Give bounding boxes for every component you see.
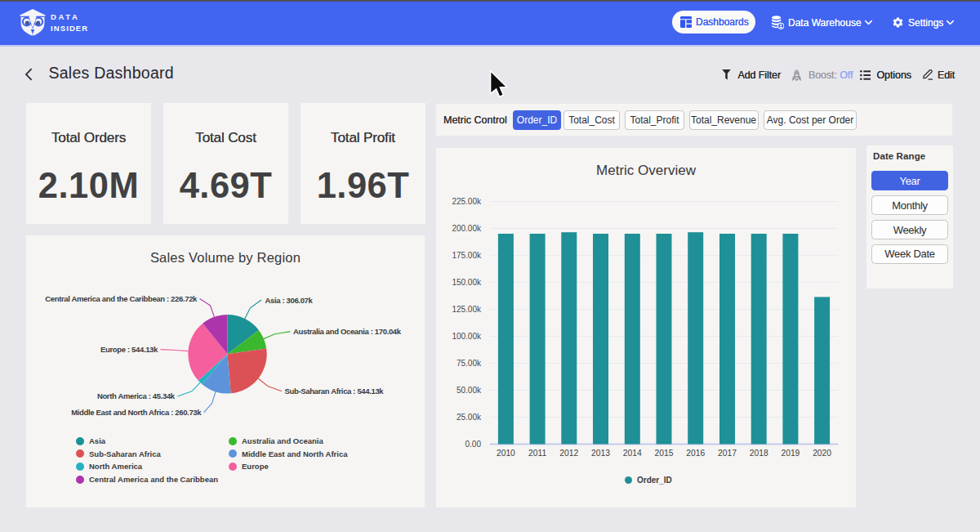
svg-text:150.00k: 150.00k (452, 278, 482, 287)
svg-text:Central America and the Caribb: Central America and the Caribbean : 226.… (45, 294, 198, 303)
svg-text:Middle East and North Africa :: Middle East and North Africa : 260.73k (71, 408, 202, 417)
svg-text:75.00k: 75.00k (457, 359, 482, 368)
svg-text:Sub-Saharan Africa : 544.13k: Sub-Saharan Africa : 544.13k (285, 387, 385, 396)
svg-text:2016: 2016 (686, 449, 705, 458)
svg-text:200.00k: 200.00k (452, 224, 482, 233)
svg-text:100.00k: 100.00k (452, 332, 482, 341)
svg-text:2011: 2011 (528, 449, 546, 458)
svg-text:125.00k: 125.00k (452, 305, 482, 314)
svg-text:2012: 2012 (559, 449, 578, 458)
svg-text:2010: 2010 (497, 449, 515, 458)
svg-text:Asia : 306.07k: Asia : 306.07k (265, 296, 314, 305)
svg-text:Europe : 544.13k: Europe : 544.13k (100, 345, 158, 354)
svg-text:2020: 2020 (813, 449, 831, 458)
svg-text:50.00k: 50.00k (457, 386, 482, 395)
svg-text:2019: 2019 (781, 449, 800, 458)
svg-text:2018: 2018 (750, 449, 768, 458)
svg-text:225.00k: 225.00k (452, 197, 482, 206)
svg-text:Australia and Oceania : 170.04: Australia and Oceania : 170.04k (293, 327, 402, 336)
svg-text:175.00k: 175.00k (452, 251, 482, 260)
svg-text:2013: 2013 (591, 449, 610, 458)
svg-text:North America : 45.34k: North America : 45.34k (97, 391, 176, 400)
svg-text:2017: 2017 (718, 449, 737, 458)
svg-text:25.00k: 25.00k (457, 413, 482, 422)
svg-text:2015: 2015 (655, 449, 674, 458)
svg-text:0.00: 0.00 (466, 440, 482, 449)
svg-text:2014: 2014 (623, 449, 642, 458)
